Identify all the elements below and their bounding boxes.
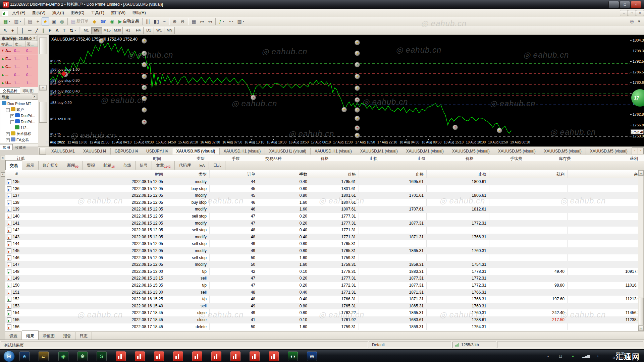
market-watch-row[interactable]: ▲G...1....1.... bbox=[0, 63, 38, 71]
autotrading-button[interactable]: ▶自动交易 bbox=[117, 17, 141, 25]
navigator-tab-1[interactable]: 收藏夹 bbox=[13, 144, 29, 150]
terminal-tab-邮箱[interactable]: 邮箱16 bbox=[99, 161, 119, 170]
taskbar-mt4-icon-6[interactable] bbox=[211, 351, 221, 361]
chart-tab-2[interactable]: GBPUSD,H4 bbox=[111, 148, 142, 155]
market-watch-row[interactable]: ▼A...0....0.... bbox=[0, 47, 38, 55]
timeframe-h4-button[interactable]: H4 bbox=[133, 27, 144, 34]
market-watch-button[interactable]: ▤ bbox=[26, 17, 34, 25]
tester-close-icon[interactable]: × bbox=[1, 172, 5, 177]
child-minimize-button[interactable]: – bbox=[620, 10, 628, 16]
chart-shift-button[interactable]: ↤ bbox=[206, 17, 214, 25]
chart-tab-5[interactable]: XAUUSD,H1 (visual) bbox=[220, 148, 265, 155]
taskbar-mt4-icon-2[interactable] bbox=[135, 351, 145, 361]
table-row[interactable]: 1362022.08.15 12:05buy stop450.801801.61 bbox=[5, 185, 638, 192]
periods-button[interactable]: ◔▾ bbox=[226, 17, 235, 25]
tester-tab-报告[interactable]: 报告 bbox=[59, 332, 75, 340]
taskbar-app-icon-2[interactable]: ❀ bbox=[77, 351, 88, 361]
start-button[interactable]: ⊞ bbox=[3, 351, 15, 362]
timeframe-m30-button[interactable]: M30 bbox=[112, 27, 123, 34]
chart-tabs-scroll-right-icon[interactable]: › bbox=[638, 147, 644, 154]
status-template[interactable]: Default bbox=[369, 342, 451, 348]
zoom-out-button[interactable]: ⊖ bbox=[179, 17, 186, 25]
table-row[interactable]: 1532022.08.16 15:40sell490.801765.311865… bbox=[5, 303, 638, 310]
results-column-header[interactable]: # bbox=[15, 172, 18, 178]
chart-tab-12[interactable]: XAUUSD,M5 (visual) bbox=[540, 148, 586, 155]
table-row[interactable]: 1412022.08.15 12:05modify470.201777.3118… bbox=[5, 220, 638, 227]
chart-candles-button[interactable]: ▮▯ bbox=[152, 17, 160, 25]
table-row[interactable]: 1482022.08.15 13:00t/p420.101778.311883.… bbox=[5, 268, 638, 275]
table-row[interactable]: 1512022.08.16 13:30sell480.401771.311871… bbox=[5, 289, 638, 296]
chart-tab-3[interactable]: USDJPY,H4 bbox=[142, 148, 172, 155]
expand-icon[interactable]: + bbox=[10, 114, 14, 118]
fibonacci-button[interactable]: F bbox=[47, 26, 53, 35]
terminal-tab-新闻[interactable]: 新闻99 bbox=[63, 161, 83, 170]
table-row[interactable]: 1402022.08.15 12:05sell stop470.201777.3… bbox=[5, 213, 638, 220]
taskbar-doc-icon[interactable]: W bbox=[307, 351, 317, 361]
terminal-tab-信号[interactable]: 信号 bbox=[136, 161, 152, 170]
chart-line-button[interactable]: ~ bbox=[161, 17, 167, 25]
new-order-button[interactable]: ▤新订单 bbox=[69, 17, 90, 25]
tray-network-icon[interactable]: ▂▄▆ bbox=[582, 354, 588, 359]
child-close-button[interactable]: × bbox=[636, 10, 644, 16]
market-watch-tab-1[interactable]: 即时图 bbox=[20, 88, 36, 94]
table-row[interactable]: 1422022.08.15 12:05sell stop480.401771.3… bbox=[5, 227, 638, 234]
table-row[interactable]: 1552022.08.17 18:45close410.101761.92168… bbox=[5, 316, 638, 323]
menu-item-3[interactable]: 图表(C) bbox=[67, 9, 88, 17]
terminal-tab-文章[interactable]: 文章1142 bbox=[152, 161, 175, 170]
timeframe-d1-button[interactable]: D1 bbox=[144, 27, 154, 34]
timeframe-h1-button[interactable]: H1 bbox=[123, 27, 133, 34]
metaeditor-button[interactable]: ◆ bbox=[91, 17, 98, 25]
mql5-button[interactable]: ☎ bbox=[99, 17, 108, 25]
table-row[interactable]: 1542022.08.17 18:45close490.801762.22186… bbox=[5, 309, 638, 316]
label-button[interactable]: T bbox=[61, 26, 67, 35]
terminal-tab-代码库[interactable]: 代码库 bbox=[175, 161, 195, 170]
market-watch-row[interactable]: ▲E...1....1.... bbox=[0, 55, 38, 63]
channel-button[interactable]: ∥ bbox=[41, 26, 46, 35]
results-column-header[interactable]: 余额 bbox=[602, 172, 642, 178]
maximize-button[interactable]: □ bbox=[620, 1, 630, 8]
chart-tab-6[interactable]: XAUUSD,H1 (visual) bbox=[265, 148, 311, 155]
vertical-line-button[interactable]: │ bbox=[19, 26, 26, 35]
tray-device-icon[interactable]: ▤ bbox=[557, 354, 564, 359]
chart-tab-11[interactable]: XAUUSD,M5 (visual) bbox=[494, 148, 540, 155]
timeframe-m1-button[interactable]: M1 bbox=[81, 27, 92, 34]
collapse-icon[interactable]: - bbox=[6, 108, 10, 112]
chart-bars-button[interactable]: ||| bbox=[144, 17, 151, 25]
results-column-header[interactable]: 类型 bbox=[166, 172, 207, 178]
navigator-tab-0[interactable]: 常用 bbox=[0, 144, 13, 150]
profiles-button[interactable]: ▥▾ bbox=[12, 17, 22, 25]
results-column-header[interactable]: 止盈 bbox=[446, 172, 486, 178]
taskbar-wechat-icon[interactable]: ◖◗ bbox=[288, 351, 298, 361]
results-column-header[interactable]: 获利 bbox=[524, 172, 565, 178]
tester-tab-结果[interactable]: 结果 bbox=[22, 330, 39, 340]
tray-volume-icon[interactable]: ♪ bbox=[595, 354, 601, 359]
tester-tab-设置[interactable]: 设置 bbox=[5, 332, 22, 340]
menu-item-4[interactable]: 工具(T) bbox=[88, 9, 107, 17]
tester-tab-日志[interactable]: 日志 bbox=[75, 332, 92, 340]
navigator-item-0[interactable]: Doo Prime MT bbox=[2, 101, 31, 108]
menu-item-0[interactable]: 文件(F) bbox=[9, 9, 29, 17]
market-watch-row[interactable]: ▲...0....0.... bbox=[0, 71, 38, 79]
signals-button[interactable]: ◉ bbox=[108, 17, 116, 25]
timeframe-w1-button[interactable]: W1 bbox=[154, 27, 164, 34]
expand-icon[interactable]: + bbox=[6, 138, 10, 142]
navigator-item-6[interactable]: +EA交易 bbox=[6, 137, 29, 143]
table-row[interactable]: 1492022.08.15 13:15sell470.201777.311877… bbox=[5, 275, 638, 282]
chart-tab-0[interactable]: XAUUSD,M1 bbox=[47, 148, 79, 155]
navigator-button[interactable]: ★ bbox=[42, 17, 49, 25]
collapse-icon[interactable]: - bbox=[10, 120, 14, 124]
navigator-close-icon[interactable]: × bbox=[32, 95, 37, 100]
table-row[interactable]: 1352022.08.15 12:05modify440.401795.6116… bbox=[5, 178, 638, 185]
chart-tab-8[interactable]: XAUUSD,M1 (visual) bbox=[356, 148, 402, 155]
data-window-button[interactable]: + bbox=[35, 17, 41, 25]
terminal-tab-交易[interactable]: 交易 bbox=[5, 160, 22, 170]
tile-windows-button[interactable]: ▦ bbox=[190, 17, 198, 25]
terminal-tab-账户历史[interactable]: 账户历史 bbox=[39, 161, 63, 170]
table-row[interactable]: 1432022.08.15 12:05modify480.401771.3118… bbox=[5, 234, 638, 241]
chart-tab-7[interactable]: XAUUSD,H1 (visual) bbox=[311, 148, 356, 155]
terminal-close-icon[interactable]: × bbox=[1, 156, 5, 160]
results-column-header[interactable]: 价格 bbox=[316, 172, 356, 178]
market-watch-row[interactable]: ▲U...1....1.... bbox=[0, 79, 38, 87]
new-chart-button[interactable]: ▦▾ bbox=[2, 17, 12, 25]
table-row[interactable]: 1392022.08.15 12:05modify461.601807.6117… bbox=[5, 206, 638, 213]
